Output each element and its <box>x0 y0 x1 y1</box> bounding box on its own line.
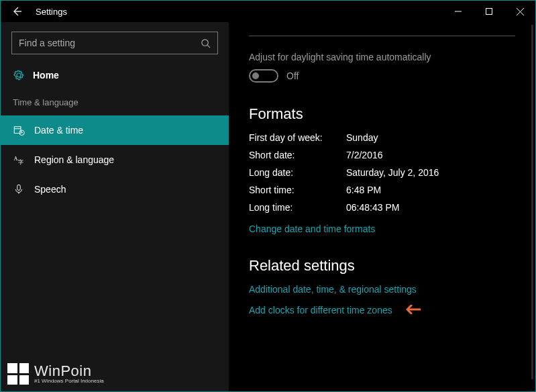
window-controls <box>443 1 535 22</box>
watermark-subtitle: #1 Windows Portal Indonesia <box>34 379 104 384</box>
search-placeholder: Find a setting <box>19 38 75 48</box>
format-value: 7/2/2016 <box>346 150 515 160</box>
svg-line-5 <box>207 45 210 48</box>
gear-icon <box>13 69 25 81</box>
svg-rect-11 <box>17 185 21 190</box>
sidebar-item-region-language[interactable]: A字Region & language <box>1 145 229 175</box>
titlebar: Settings <box>1 1 535 22</box>
format-value: Sunday <box>346 132 515 143</box>
sidebar: Find a setting Home Time & language Date… <box>1 22 229 391</box>
watermark: WinPoin #1 Windows Portal Indonesia <box>7 363 104 385</box>
language-icon: A字 <box>13 154 25 166</box>
nav-label: Region & language <box>34 154 114 165</box>
minimize-icon <box>455 8 462 15</box>
dst-toggle-state: Off <box>286 70 299 81</box>
settings-window: Settings Find a setting Home <box>0 0 536 392</box>
svg-point-4 <box>202 39 208 45</box>
svg-text:字: 字 <box>18 159 23 165</box>
minimize-button[interactable] <box>443 1 474 22</box>
add-clocks-link[interactable]: Add clocks for different time zones <box>249 305 392 315</box>
callout-arrow-icon <box>403 303 421 317</box>
format-key: Short time: <box>249 185 346 195</box>
close-button[interactable] <box>504 1 535 22</box>
related-heading: Related settings <box>249 257 515 275</box>
search-icon <box>201 38 211 48</box>
window-title: Settings <box>36 7 443 17</box>
format-value: 06:48:43 PM <box>346 202 515 213</box>
dst-toggle[interactable] <box>249 69 278 83</box>
additional-settings-link[interactable]: Additional date, time, & regional settin… <box>249 284 417 295</box>
format-key: Long date: <box>249 167 346 178</box>
watermark-logo-icon <box>7 363 29 385</box>
nav-label: Speech <box>34 184 66 195</box>
format-key: First day of week: <box>249 132 346 143</box>
category-label: Time & language <box>1 91 229 115</box>
microphone-icon <box>13 183 25 195</box>
sidebar-item-speech[interactable]: Speech <box>1 175 229 204</box>
format-key: Long time: <box>249 202 346 213</box>
content-pane: Adjust for daylight saving time automati… <box>229 22 535 391</box>
window-body: Find a setting Home Time & language Date… <box>1 22 535 391</box>
back-arrow-icon <box>11 6 22 17</box>
format-value: 6:48 PM <box>346 185 515 195</box>
nav-label: Date & time <box>34 125 83 136</box>
home-nav[interactable]: Home <box>1 64 229 91</box>
formats-heading: Formats <box>249 105 515 123</box>
close-icon <box>517 8 524 15</box>
search-input[interactable]: Find a setting <box>11 32 218 54</box>
svg-text:A: A <box>14 156 18 162</box>
format-value: Saturday, July 2, 2016 <box>346 167 515 178</box>
toggle-knob <box>252 72 259 79</box>
back-button[interactable] <box>1 1 33 22</box>
format-key: Short date: <box>249 150 346 160</box>
svg-rect-1 <box>486 9 492 15</box>
dst-label: Adjust for daylight saving time automati… <box>249 52 515 62</box>
sidebar-item-date-time[interactable]: Date & time <box>1 115 229 145</box>
scrollbar[interactable] <box>531 25 533 379</box>
scroll-hint <box>249 31 515 36</box>
calendar-clock-icon <box>13 124 25 136</box>
home-label: Home <box>33 70 59 81</box>
maximize-icon <box>486 8 492 15</box>
change-formats-link[interactable]: Change date and time formats <box>249 224 515 234</box>
formats-table: First day of week:SundayShort date:7/2/2… <box>249 132 515 213</box>
nav-list: Date & timeA字Region & languageSpeech <box>1 115 229 204</box>
svg-rect-6 <box>14 127 21 134</box>
watermark-title: WinPoin <box>34 364 104 379</box>
maximize-button[interactable] <box>474 1 504 22</box>
